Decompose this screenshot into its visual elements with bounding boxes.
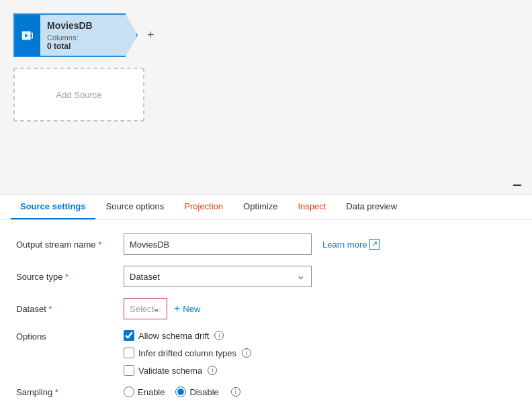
sampling-radio-group: Enable Disable i [124, 386, 240, 397]
source-type-wrapper: Dataset Inline [124, 266, 312, 287]
validate-schema-row: Validate schema i [124, 365, 251, 376]
add-node-plus-button[interactable]: + [147, 28, 154, 42]
output-stream-control [124, 233, 312, 255]
sampling-disable-radio[interactable] [175, 386, 186, 397]
tab-data-preview[interactable]: Data preview [337, 195, 406, 219]
allow-schema-drift-label: Allow schema drift [138, 331, 209, 341]
node-columns-label: Columns: [47, 34, 93, 42]
allow-schema-drift-checkbox[interactable] [124, 330, 134, 341]
tabs-bar: Source settings Source options Projectio… [0, 195, 532, 220]
learn-more-link[interactable]: Learn more ↗ [322, 239, 380, 249]
allow-schema-drift-info-icon[interactable]: i [214, 331, 224, 340]
sampling-label: Sampling * [16, 387, 124, 397]
infer-drifted-info-icon[interactable]: i [242, 348, 251, 358]
new-dataset-button[interactable]: + New [174, 303, 200, 315]
sampling-enable-row: Enable [124, 386, 165, 397]
infer-drifted-checkbox[interactable] [124, 348, 134, 358]
add-source-box[interactable]: Add Source [13, 68, 144, 121]
sampling-section: Sampling * Enable Disable i [16, 386, 516, 397]
node-content: MoviesDB Columns: 0 total [40, 15, 99, 56]
validate-schema-checkbox[interactable] [124, 365, 134, 376]
dataset-control: Select... [124, 298, 167, 319]
sampling-enable-label: Enable [138, 387, 165, 397]
dataset-controls: Select... + New [124, 298, 200, 319]
validate-schema-info-icon[interactable]: i [208, 366, 217, 375]
sampling-enable-radio[interactable] [124, 386, 134, 397]
required-star-4: * [55, 387, 58, 397]
source-type-select[interactable]: Dataset Inline [124, 266, 312, 287]
tab-projection[interactable]: Projection [175, 195, 232, 219]
minimize-button[interactable] [513, 185, 521, 186]
dataset-label: Dataset * [16, 304, 124, 314]
required-star-2: * [65, 272, 69, 282]
options-section: Options Allow schema drift i Infer drift… [16, 330, 516, 376]
dataset-row: Dataset * Select... + New [16, 298, 516, 319]
sampling-disable-row: Disable [175, 386, 218, 397]
tab-source-settings[interactable]: Source settings [11, 195, 95, 219]
validate-schema-label: Validate schema [138, 366, 202, 376]
sampling-disable-label: Disable [189, 387, 218, 397]
add-source-label: Add Source [56, 90, 102, 100]
tab-source-options[interactable]: Source options [97, 195, 174, 219]
dataset-select-wrapper: Select... [124, 298, 167, 319]
dataset-select[interactable]: Select... [124, 298, 167, 319]
output-stream-row: Output stream name * Learn more ↗ [16, 233, 516, 255]
node-title: MoviesDB [47, 20, 93, 31]
source-type-row: Source type * Dataset Inline [16, 266, 516, 287]
settings-panel: Output stream name * Learn more ↗ Source… [0, 220, 532, 416]
output-stream-input[interactable] [124, 233, 312, 255]
options-content: Allow schema drift i Infer drifted colum… [124, 330, 251, 376]
moviesdb-node[interactable]: MoviesDB Columns: 0 total [13, 13, 138, 57]
required-star: * [98, 240, 101, 250]
canvas-area: MoviesDB Columns: 0 total + Add Source [0, 0, 532, 195]
source-type-label: Source type * [16, 272, 124, 282]
options-label: Options [16, 330, 124, 342]
new-plus-icon: + [174, 303, 180, 315]
node-columns-value: 0 total [47, 42, 93, 51]
node-icon [15, 15, 40, 56]
external-link-icon: ↗ [369, 239, 380, 249]
required-star-3: * [48, 304, 52, 314]
infer-drifted-label: Infer drifted column types [138, 348, 236, 358]
tab-inspect[interactable]: Inspect [288, 195, 335, 219]
source-type-control: Dataset Inline [124, 266, 312, 287]
infer-drifted-row: Infer drifted column types i [124, 348, 251, 358]
output-stream-label: Output stream name * [16, 240, 124, 250]
allow-schema-drift-row: Allow schema drift i [124, 330, 251, 341]
tab-optimize[interactable]: Optimize [234, 195, 287, 219]
sampling-info-icon[interactable]: i [231, 387, 240, 397]
node-container: MoviesDB Columns: 0 total + [13, 13, 519, 57]
